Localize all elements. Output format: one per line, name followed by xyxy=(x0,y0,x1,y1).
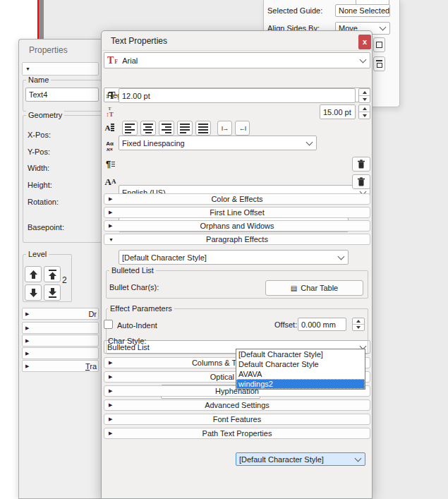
direction-ltr-button[interactable]: I→ xyxy=(217,121,232,136)
collapsed-arrow-icon: ▶ xyxy=(109,196,112,202)
align-force-justify-icon xyxy=(198,124,208,133)
section-orphans-widows[interactable]: ▶ Orphans and Widows xyxy=(104,220,370,232)
linespacing-icon: T↕T xyxy=(102,104,117,119)
trash-icon xyxy=(357,160,365,169)
font-size-value: 12.00 pt xyxy=(122,92,150,100)
section-label: Font Features xyxy=(213,415,261,423)
name-input[interactable]: Text4 xyxy=(25,88,99,102)
align-force-justify-button[interactable] xyxy=(195,121,211,136)
alignment-icon: A xyxy=(102,120,117,135)
align-top-side-button[interactable] xyxy=(373,56,385,71)
offset-spinner[interactable] xyxy=(352,318,365,331)
char-table-button[interactable]: ▤ Char Table xyxy=(265,280,363,296)
section-color-effects[interactable]: ▶ Color & Effects xyxy=(104,193,370,205)
chevron-down-icon xyxy=(355,455,362,462)
char-style-select[interactable]: [Default Character Style] xyxy=(236,452,365,466)
direction-rtl-button[interactable]: ←I xyxy=(235,121,250,136)
character-style-value: [Default Character Style] xyxy=(122,253,207,262)
section-advanced-settings[interactable]: ▶ Advanced Settings xyxy=(104,399,370,411)
section-collapsed-4[interactable]: ▶ xyxy=(22,347,99,359)
language-icon: Aαא× xyxy=(102,138,117,154)
linespacing-mode-value: Fixed Linespacing xyxy=(122,139,185,148)
font-size-spinner[interactable] xyxy=(358,88,370,103)
close-button[interactable]: x xyxy=(358,35,371,49)
offset-label: Offset: xyxy=(274,320,297,329)
level-down-button[interactable] xyxy=(25,284,42,301)
page-edge-bar xyxy=(39,0,44,40)
align-right-icon xyxy=(162,124,171,133)
section-paragraph-effects[interactable]: ▼ Paragraph Effects xyxy=(104,234,370,245)
dropdown-option[interactable]: Default Character Style xyxy=(236,359,365,369)
name-group-label: Name xyxy=(26,76,51,84)
chevron-down-icon xyxy=(360,56,367,63)
offset-input[interactable]: 0.000 mm xyxy=(298,318,346,331)
linespacing-mode-select[interactable]: Fixed Linespacing xyxy=(119,136,317,150)
collapsed-arrow-icon: ▶ xyxy=(25,338,29,344)
font-size-input[interactable]: 12.00 pt xyxy=(119,88,356,103)
auto-indent-checkbox[interactable] xyxy=(104,320,113,329)
level-to-top-button[interactable] xyxy=(44,266,61,282)
text-properties-dialog: Text Properties x TF Arial Regular ↕T 12… xyxy=(101,30,373,499)
basepoint-label: Basepoint: xyxy=(28,223,64,232)
arrow-down-icon xyxy=(29,288,38,298)
panel-title: Properties xyxy=(29,45,68,55)
align-side-button[interactable] xyxy=(373,37,385,52)
dropdown-option-selected[interactable]: windings2 xyxy=(236,379,365,389)
collapsed-arrow-icon: ▶ xyxy=(109,402,112,408)
section-transparency[interactable]: ▶ Tra xyxy=(22,360,99,372)
level-to-bottom-button[interactable] xyxy=(44,284,61,301)
auto-indent-label: Auto-Indent xyxy=(117,321,157,330)
char-style-value: [Default Character Style] xyxy=(239,455,324,464)
align-left-icon xyxy=(125,124,135,133)
linespacing-input[interactable]: 15.00 pt xyxy=(320,104,356,119)
section-label: First Line Offset xyxy=(210,208,264,217)
section-collapsed-2[interactable]: ▶ xyxy=(22,322,99,334)
close-icon: x xyxy=(363,38,367,46)
paragraph-style-icon: ¶ xyxy=(103,157,118,172)
section-first-line-offset[interactable]: ▶ First Line Offset xyxy=(104,207,370,218)
collapsed-arrow-icon: ▶ xyxy=(25,325,29,331)
selected-guide-value[interactable]: None Selected xyxy=(335,4,390,17)
level-up-button[interactable] xyxy=(25,266,42,282)
align-center-icon xyxy=(143,124,153,133)
section-path-text[interactable]: ▶ Path Text Properties xyxy=(104,428,370,439)
chevron-down-icon xyxy=(306,138,313,145)
trash-icon xyxy=(357,177,365,186)
collapsed-arrow-icon: ▶ xyxy=(109,374,112,380)
align-justify-button[interactable] xyxy=(177,121,193,136)
ypos-label: Y-Pos: xyxy=(28,148,50,156)
char-style-label: Char Style: xyxy=(108,337,146,345)
effect-parameters-groupbox xyxy=(106,308,368,354)
align-center-button[interactable] xyxy=(140,121,156,136)
section-font-features[interactable]: ▶ Font Features xyxy=(104,414,370,425)
remove-paragraph-style-button[interactable] xyxy=(352,157,370,172)
collapsed-arrow-icon: ▶ xyxy=(109,431,112,436)
section-label: Paragraph Effects xyxy=(206,235,268,244)
section-drop-shadow[interactable]: ▶ Dr xyxy=(22,308,99,320)
align-left-button[interactable] xyxy=(122,121,138,136)
section-label: Orphans and Widows xyxy=(200,222,274,230)
remove-character-style-button[interactable] xyxy=(352,174,370,189)
offset-value: 0.000 mm xyxy=(301,320,336,329)
font-family-select[interactable]: TF Arial xyxy=(104,52,370,68)
collapsed-arrow-icon: ▶ xyxy=(25,311,29,317)
collapsed-arrow-icon: ▶ xyxy=(109,388,112,394)
collapsed-arrow-icon: ▶ xyxy=(109,416,112,422)
character-style-icon: AA xyxy=(103,174,118,189)
character-style-select[interactable]: [Default Character Style] xyxy=(119,250,349,265)
arrow-to-bottom-icon xyxy=(48,288,57,298)
level-group-label: Level xyxy=(26,250,49,258)
arrow-up-icon xyxy=(29,270,38,279)
linespacing-spinner[interactable] xyxy=(358,104,370,119)
align-top-icon xyxy=(376,60,382,68)
properties-panel: Properties ▼ Name Text4 Geometry X-Pos: … xyxy=(18,39,101,499)
dropdown-option[interactable]: AVAVA xyxy=(236,369,365,379)
section-collapsed-3[interactable]: ▶ xyxy=(22,335,99,347)
height-label: Height: xyxy=(28,181,52,189)
dialog-title: Text Properties xyxy=(111,36,167,46)
align-right-button[interactable] xyxy=(159,121,174,136)
char-style-dropdown-list: [Default Character Style] Default Charac… xyxy=(236,349,365,390)
dropdown-option[interactable]: [Default Character Style] xyxy=(236,349,365,359)
xyz-section-header[interactable]: ▼ xyxy=(22,62,99,76)
bullet-char-label: Bullet Char(s): xyxy=(109,283,159,291)
